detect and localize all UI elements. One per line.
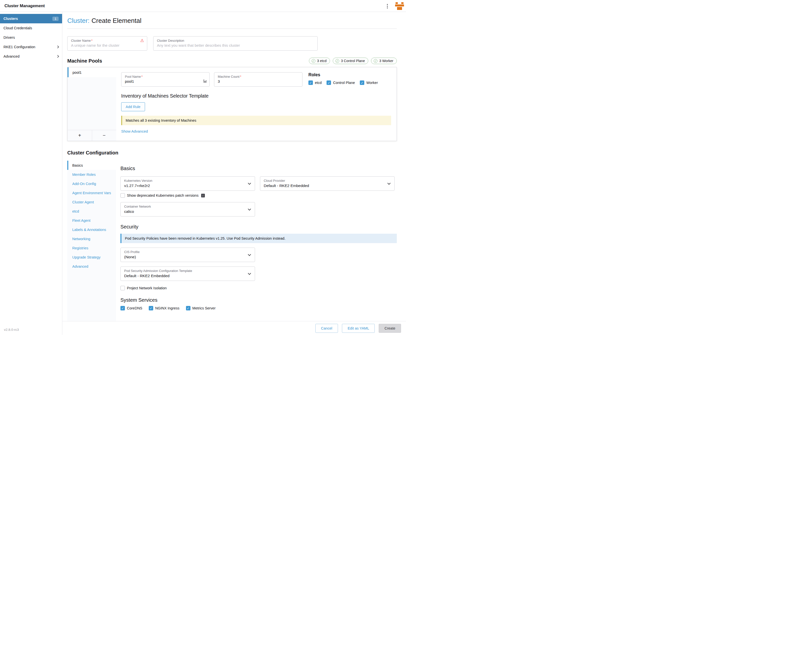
config-tab-member-roles[interactable]: Member Roles xyxy=(67,170,116,179)
form-action-bar: Cancel Edit as YAML Create xyxy=(62,321,406,335)
remove-pool-button[interactable]: − xyxy=(92,130,117,141)
required-asterisk: * xyxy=(141,75,142,78)
show-deprecated-versions-checkbox[interactable]: Show deprecated Kubernetes patch version… xyxy=(120,193,199,198)
sidebar-item-label: Drivers xyxy=(3,36,15,39)
pool-detail-panel: Pool Name* Machine Count* Roles xyxy=(116,67,397,141)
page-title-prefix: Cluster: xyxy=(67,17,90,24)
pool-name-label: Pool Name xyxy=(125,75,141,78)
sidebar-item-label: Advanced xyxy=(3,54,20,58)
config-tab-upgrade-strategy[interactable]: Upgrade Strategy xyxy=(67,252,116,262)
cluster-description-field[interactable]: Cluster Description xyxy=(153,36,318,51)
role-worker-checkbox[interactable]: Worker xyxy=(360,80,378,85)
info-icon[interactable] xyxy=(201,194,205,198)
pool-tab-list: pool1 + − xyxy=(68,67,116,141)
add-rule-button[interactable]: Add Rule xyxy=(121,102,145,111)
rancher-logo-icon[interactable] xyxy=(394,1,405,11)
container-network-select[interactable]: Container Network calico xyxy=(120,202,255,217)
cluster-configuration-heading: Cluster Configuration xyxy=(67,150,397,156)
kubernetes-version-value: v1.27.7+rke2r2 xyxy=(124,184,251,188)
sidebar-item-clusters[interactable]: Clusters 1 xyxy=(0,14,62,23)
role-count-pills: 3 etcd 3 Control Plane 3 Worker xyxy=(309,58,397,64)
metrics-server-checkbox[interactable]: Metrics Server xyxy=(186,306,215,310)
required-asterisk: * xyxy=(91,39,92,42)
sidebar-item-rke1-configuration[interactable]: RKE1 Configuration xyxy=(0,42,62,52)
chevron-right-icon xyxy=(56,46,59,48)
cluster-configuration-panel: Basics Member Roles Add-On Config Agent … xyxy=(67,161,397,321)
pool-name-icon xyxy=(204,79,206,83)
config-tab-list: Basics Member Roles Add-On Config Agent … xyxy=(67,161,116,321)
top-header: Cluster Management xyxy=(0,0,406,12)
checkbox-icon xyxy=(308,80,313,85)
clusters-count-badge: 1 xyxy=(52,17,59,21)
machine-count-input[interactable] xyxy=(218,78,299,83)
project-network-isolation-checkbox[interactable]: Project Network Isolation xyxy=(120,286,167,290)
show-advanced-link[interactable]: Show Advanced xyxy=(121,129,148,134)
cluster-name-input[interactable] xyxy=(71,42,144,47)
coredns-checkbox[interactable]: CoreDNS xyxy=(120,306,142,310)
config-tab-content: Basics Kubernetes Version v1.27.7+rke2r2… xyxy=(116,161,397,321)
kubernetes-version-label: Kubernetes Version xyxy=(124,179,251,183)
check-icon xyxy=(374,59,377,63)
container-network-value: calico xyxy=(124,209,251,214)
nginx-ingress-checkbox[interactable]: NGINX Ingress xyxy=(149,306,179,310)
cis-profile-label: CIS Profile xyxy=(124,250,251,254)
config-tab-cluster-agent[interactable]: Cluster Agent xyxy=(67,198,116,206)
config-tab-agent-environment-vars[interactable]: Agent Environment Vars xyxy=(67,188,116,198)
config-tab-etcd[interactable]: etcd xyxy=(67,206,116,216)
system-services-heading: System Services xyxy=(120,297,397,303)
psa-template-select[interactable]: Pod Security Admission Configuration Tem… xyxy=(120,266,255,281)
config-tab-add-on-config[interactable]: Add-On Config xyxy=(67,179,116,188)
kubernetes-version-select[interactable]: Kubernetes Version v1.27.7+rke2r2 xyxy=(120,176,255,191)
machine-count-field[interactable]: Machine Count* xyxy=(214,72,303,87)
cloud-provider-select[interactable]: Cloud Provider Default - RKE2 Embedded xyxy=(260,176,394,191)
role-etcd-checkbox[interactable]: etcd xyxy=(308,80,321,85)
create-button[interactable]: Create xyxy=(379,324,401,333)
config-tab-labels-annotations[interactable]: Labels & Annotations xyxy=(67,225,116,234)
pod-security-info-banner: Pod Security Policies have been removed … xyxy=(120,233,397,243)
app-window: Cluster Management Clusters 1 Cloud Cred… xyxy=(0,0,406,335)
checkbox-icon xyxy=(120,286,125,290)
etcd-count-pill: 3 etcd xyxy=(309,58,330,64)
security-heading: Security xyxy=(120,224,397,230)
title-divider xyxy=(67,29,397,29)
cluster-name-field[interactable]: Cluster Name* xyxy=(67,36,147,51)
cluster-description-input[interactable] xyxy=(157,42,314,47)
sidebar-item-drivers[interactable]: Drivers xyxy=(0,33,62,42)
worker-count-pill: 3 Worker xyxy=(371,58,397,64)
basics-heading: Basics xyxy=(120,166,397,171)
checkbox-icon xyxy=(120,193,125,198)
chevron-right-icon xyxy=(56,55,59,58)
config-tab-advanced[interactable]: Advanced xyxy=(67,262,116,271)
version-label: v2.8.0-rc3 xyxy=(4,328,19,332)
pool-tab-pool1[interactable]: pool1 xyxy=(68,67,116,77)
cluster-name-label: Cluster Name xyxy=(71,39,91,42)
sidebar-item-cloud-credentials[interactable]: Cloud Credentials xyxy=(0,23,62,33)
page-title-name: Create Elemental xyxy=(91,17,142,24)
cis-profile-select[interactable]: CIS Profile (None) xyxy=(120,248,255,262)
sidebar: Clusters 1 Cloud Credentials Drivers RKE… xyxy=(0,12,62,335)
kebab-menu-icon[interactable] xyxy=(384,3,391,9)
cluster-description-label: Cluster Description xyxy=(157,39,314,42)
checkbox-icon xyxy=(326,80,331,85)
config-tab-networking[interactable]: Networking xyxy=(67,234,116,244)
edit-as-yaml-button[interactable]: Edit as YAML xyxy=(342,324,375,333)
checkbox-icon xyxy=(186,306,191,310)
container-network-label: Container Network xyxy=(124,205,251,208)
config-tab-basics[interactable]: Basics xyxy=(67,161,116,170)
warning-triangle-icon xyxy=(140,39,144,43)
sidebar-item-advanced[interactable]: Advanced xyxy=(0,52,62,61)
sidebar-item-label: Cloud Credentials xyxy=(3,26,32,30)
cloud-provider-value: Default - RKE2 Embedded xyxy=(264,184,391,188)
cancel-button[interactable]: Cancel xyxy=(315,324,338,333)
check-icon xyxy=(335,59,339,63)
config-tab-fleet-agent[interactable]: Fleet Agent xyxy=(67,216,116,225)
cis-profile-value: (None) xyxy=(124,255,251,259)
config-tab-registries[interactable]: Registries xyxy=(67,244,116,252)
psa-template-label: Pod Security Admission Configuration Tem… xyxy=(124,269,251,272)
add-pool-button[interactable]: + xyxy=(68,130,92,141)
pool-name-field[interactable]: Pool Name* xyxy=(121,72,210,87)
pool-name-input[interactable] xyxy=(125,78,206,83)
machine-pools-heading: Machine Pools xyxy=(67,58,102,64)
sidebar-item-label: Clusters xyxy=(3,17,18,20)
role-control-plane-checkbox[interactable]: Control Plane xyxy=(326,80,355,85)
